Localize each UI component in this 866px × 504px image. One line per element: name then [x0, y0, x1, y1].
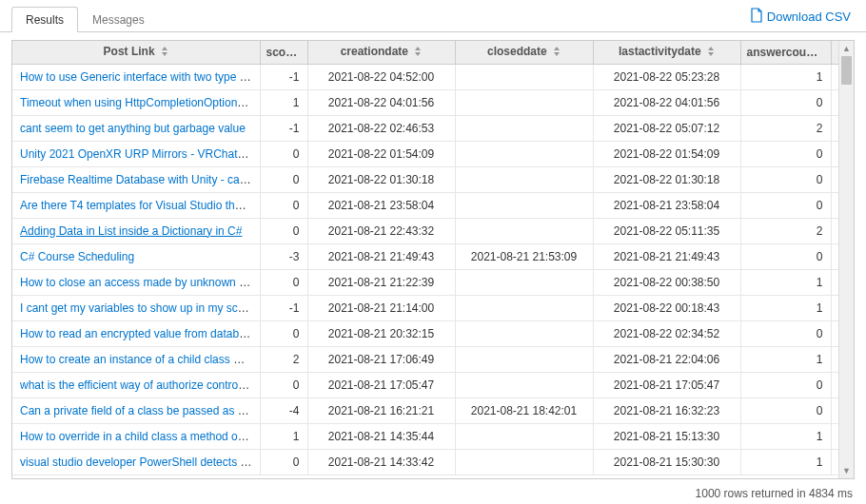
download-csv-link[interactable]: Download CSV [750, 8, 851, 26]
cell-postlink: How to close an access made by unknown p… [12, 269, 260, 295]
table-row: visual studio developer PowerShell detec… [12, 449, 838, 475]
cell-pad [831, 423, 838, 449]
table-row: cant seem to get anything but garbage va… [12, 115, 838, 141]
table-row: I cant get my variables to show up in my… [12, 295, 838, 320]
cell-creationdate: 2021-08-22 01:30:18 [307, 166, 455, 192]
cell-closeddate [455, 423, 593, 449]
cell-score: 0 [260, 372, 307, 397]
post-link[interactable]: How to create an instance of a child cla… [20, 353, 259, 366]
scroll-thumb[interactable] [841, 56, 852, 85]
cell-closeddate [455, 372, 593, 397]
post-link[interactable]: Adding Data in List inside a Dictionary … [20, 224, 242, 238]
scroll-up-button[interactable]: ▲ [839, 41, 854, 56]
post-link[interactable]: How to override in a child class a metho… [20, 430, 260, 443]
cell-closeddate [455, 64, 593, 89]
post-link[interactable]: I cant get my variables to show up in my… [20, 301, 260, 315]
table-row: C# Course Scheduling-32021-08-21 21:49:4… [12, 243, 838, 269]
cell-answercount: 0 [740, 397, 831, 423]
cell-answercount: 2 [740, 218, 831, 243]
cell-answercount: 0 [740, 192, 831, 218]
scroll-down-button[interactable]: ▼ [839, 463, 854, 478]
cell-creationdate: 2021-08-21 14:35:44 [307, 423, 455, 449]
cell-postlink: How to use Generic interface with two ty… [12, 64, 260, 89]
col-header-postlink[interactable]: Post Link [12, 41, 260, 64]
post-link[interactable]: visual studio developer PowerShell detec… [20, 456, 258, 469]
col-header-score[interactable]: scor… [260, 41, 307, 64]
cell-lastactivitydate: 2021-08-22 05:11:35 [593, 218, 740, 243]
col-header-closeddate[interactable]: closeddate [455, 41, 593, 64]
download-csv-label: Download CSV [767, 10, 851, 24]
cell-creationdate: 2021-08-22 01:54:09 [307, 141, 455, 166]
tab-results[interactable]: Results [11, 7, 78, 32]
cell-creationdate: 2021-08-22 04:52:00 [307, 64, 455, 89]
col-header-lastactivitydate[interactable]: lastactivitydate [593, 41, 740, 64]
cell-pad [831, 64, 838, 89]
post-link[interactable]: Unity 2021 OpenXR URP Mirrors - VRChat S… [20, 147, 260, 161]
cell-pad [831, 372, 838, 397]
cell-score: 0 [260, 166, 307, 192]
cell-answercount: 1 [740, 423, 831, 449]
cell-answercount: 0 [740, 89, 831, 115]
cell-closeddate [455, 115, 593, 141]
table-row: Can a private field of a class be passed… [12, 397, 838, 423]
table-header-row: Post Link scor… creationdate closeddate … [12, 41, 838, 64]
post-link[interactable]: cant seem to get anything but garbage va… [20, 122, 246, 135]
post-link[interactable]: How to use Generic interface with two ty… [20, 70, 260, 84]
cell-closeddate [455, 449, 593, 475]
cell-postlink: How to create an instance of a child cla… [12, 346, 260, 372]
table-row: Are there T4 templates for Visual Studio… [12, 192, 838, 218]
post-link[interactable]: Timeout when using HttpCompletionOption.… [20, 96, 260, 109]
results-table: Post Link scor… creationdate closeddate … [12, 41, 838, 475]
cell-closeddate: 2021-08-21 21:53:09 [455, 243, 593, 269]
cell-lastactivitydate: 2021-08-21 15:13:30 [593, 423, 740, 449]
cell-closeddate [455, 89, 593, 115]
sort-icon [161, 46, 168, 59]
post-link[interactable]: what is the efficient way of authorize c… [20, 378, 260, 392]
cell-closeddate [455, 295, 593, 320]
table-row: what is the efficient way of authorize c… [12, 372, 838, 397]
vertical-scrollbar[interactable]: ▲ ▼ [838, 41, 854, 478]
cell-pad [831, 269, 838, 295]
table-row: Firebase Realtime Database with Unity - … [12, 166, 838, 192]
cell-creationdate: 2021-08-21 21:22:39 [307, 269, 455, 295]
cell-lastactivitydate: 2021-08-21 16:32:23 [593, 397, 740, 423]
post-link[interactable]: Are there T4 templates for Visual Studio… [20, 199, 259, 212]
cell-closeddate [455, 192, 593, 218]
cell-pad [831, 243, 838, 269]
cell-postlink: How to override in a child class a metho… [12, 423, 260, 449]
file-icon [750, 8, 763, 26]
table-row: Timeout when using HttpCompletionOption.… [12, 89, 838, 115]
col-header-pad [831, 41, 838, 64]
cell-answercount: 0 [740, 141, 831, 166]
cell-pad [831, 218, 838, 243]
cell-postlink: How to read an encrypted value from data… [12, 320, 260, 346]
post-link[interactable]: Firebase Realtime Database with Unity - … [20, 173, 260, 186]
cell-score: 0 [260, 320, 307, 346]
cell-creationdate: 2021-08-22 02:46:53 [307, 115, 455, 141]
cell-postlink: Firebase Realtime Database with Unity - … [12, 166, 260, 192]
cell-score: -1 [260, 115, 307, 141]
cell-answercount: 0 [740, 372, 831, 397]
table-row: How to create an instance of a child cla… [12, 346, 838, 372]
tab-messages[interactable]: Messages [78, 7, 159, 32]
col-header-creationdate[interactable]: creationdate [307, 41, 455, 64]
col-header-answercount[interactable]: answercoun… [740, 41, 831, 64]
col-header-label: creationdate [341, 45, 408, 58]
cell-postlink: Are there T4 templates for Visual Studio… [12, 192, 260, 218]
results-table-container: Post Link scor… creationdate closeddate … [11, 40, 855, 479]
cell-postlink: Adding Data in List inside a Dictionary … [12, 218, 260, 243]
cell-creationdate: 2021-08-22 04:01:56 [307, 89, 455, 115]
post-link[interactable]: How to read an encrypted value from data… [20, 327, 257, 340]
post-link[interactable]: How to close an access made by unknown p… [20, 276, 260, 289]
cell-score: 0 [260, 218, 307, 243]
cell-lastactivitydate: 2021-08-22 02:34:52 [593, 320, 740, 346]
table-row: Unity 2021 OpenXR URP Mirrors - VRChat S… [12, 141, 838, 166]
cell-lastactivitydate: 2021-08-21 23:58:04 [593, 192, 740, 218]
post-link[interactable]: Can a private field of a class be passed… [20, 404, 259, 417]
post-link[interactable]: C# Course Scheduling [20, 250, 134, 263]
cell-answercount: 1 [740, 64, 831, 89]
col-header-label: lastactivitydate [619, 45, 701, 58]
cell-creationdate: 2021-08-21 16:21:21 [307, 397, 455, 423]
cell-creationdate: 2021-08-21 23:58:04 [307, 192, 455, 218]
cell-answercount: 1 [740, 346, 831, 372]
